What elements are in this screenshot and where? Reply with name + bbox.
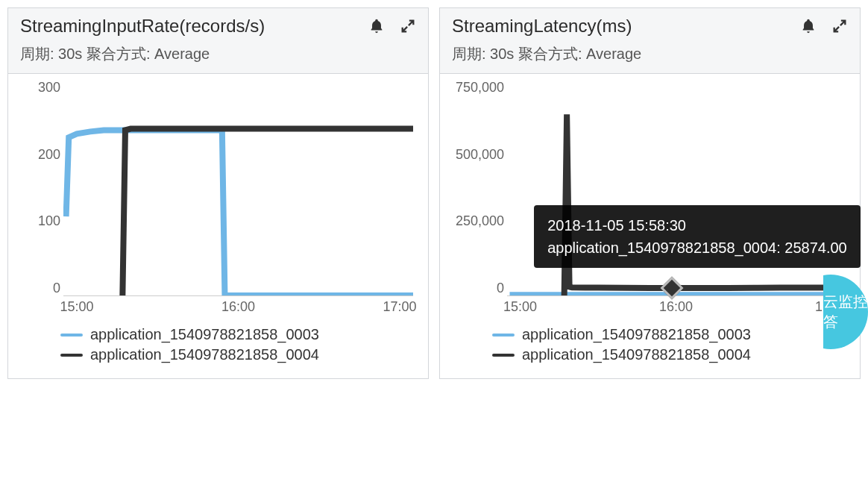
series-line xyxy=(122,129,413,295)
legend-swatch xyxy=(60,334,83,337)
legend-item[interactable]: application_1540978821858_0004 xyxy=(492,346,852,363)
legend-swatch xyxy=(492,334,515,337)
y-tick-label: 0 xyxy=(447,281,504,296)
plot[interactable]: 750,000500,000250,0000 2018-11-05 15:58:… xyxy=(507,80,845,319)
legend-item[interactable]: application_1540978821858_0004 xyxy=(60,346,421,363)
x-tick-label: 15:00 xyxy=(503,299,537,315)
x-axis-ticks: 15:0016:0017:00 xyxy=(63,299,413,319)
panel-title: StreamingInputRate(records/s) xyxy=(20,16,265,37)
legend-item[interactable]: application_1540978821858_0003 xyxy=(60,326,421,343)
legend-label: application_1540978821858_0003 xyxy=(90,326,319,343)
y-axis-ticks: 3002001000 xyxy=(16,80,60,296)
legend-label: application_1540978821858_0004 xyxy=(522,346,751,363)
panel-container: StreamingInputRate(records/s) 周期: 30s 聚合… xyxy=(7,7,861,379)
x-axis-ticks: 15:0016:0017:00 xyxy=(507,299,845,319)
x-tick-label: 16:00 xyxy=(221,299,255,315)
legend: application_1540978821858_0003applicatio… xyxy=(447,326,852,363)
panel-header: StreamingInputRate(records/s) 周期: 30s 聚合… xyxy=(8,8,428,74)
bell-icon[interactable] xyxy=(800,18,817,34)
y-tick-label: 0 xyxy=(16,281,60,296)
legend-swatch xyxy=(492,354,515,357)
plot-canvas: 2018-11-05 15:58:30application_154097882… xyxy=(507,80,845,296)
chart-area: 750,000500,000250,0000 2018-11-05 15:58:… xyxy=(440,74,860,378)
legend-label: application_1540978821858_0003 xyxy=(522,326,751,343)
legend-item[interactable]: application_1540978821858_0003 xyxy=(492,326,852,343)
legend-label: application_1540978821858_0004 xyxy=(90,346,319,363)
panel-latency: StreamingLatency(ms) 周期: 30s 聚合方式: Avera… xyxy=(439,7,861,379)
y-tick-label: 100 xyxy=(16,213,60,229)
x-tick-label: 15:00 xyxy=(60,299,94,315)
panel-subtitle: 周期: 30s 聚合方式: Average xyxy=(20,44,416,64)
panel-subtitle: 周期: 30s 聚合方式: Average xyxy=(452,44,848,64)
panel-header: StreamingLatency(ms) 周期: 30s 聚合方式: Avera… xyxy=(440,8,860,74)
chart-area: 3002001000 15:0016:0017:00 application_1… xyxy=(8,74,428,378)
x-tick-label: 16:00 xyxy=(659,299,693,315)
bell-icon[interactable] xyxy=(368,18,385,34)
panel-title: StreamingLatency(ms) xyxy=(452,16,632,37)
y-axis-ticks: 750,000500,000250,0000 xyxy=(447,80,504,296)
plot-canvas xyxy=(63,80,413,296)
plot[interactable]: 3002001000 15:0016:0017:00 xyxy=(63,80,413,319)
x-tick-label: 17:00 xyxy=(383,299,416,315)
y-tick-label: 500,000 xyxy=(447,147,504,163)
legend: application_1540978821858_0003applicatio… xyxy=(16,326,421,363)
series-line xyxy=(66,130,413,295)
badge-text: 云监控答 xyxy=(823,292,868,332)
y-tick-label: 200 xyxy=(16,147,60,163)
panel-actions xyxy=(800,18,848,34)
expand-icon[interactable] xyxy=(400,18,416,34)
y-tick-label: 750,000 xyxy=(447,80,504,96)
panel-actions xyxy=(368,18,416,34)
series-line xyxy=(564,114,845,295)
y-tick-label: 300 xyxy=(16,80,60,96)
panel-input-rate: StreamingInputRate(records/s) 周期: 30s 聚合… xyxy=(7,7,429,379)
y-tick-label: 250,000 xyxy=(447,213,504,229)
legend-swatch xyxy=(60,354,83,357)
expand-icon[interactable] xyxy=(831,18,848,34)
